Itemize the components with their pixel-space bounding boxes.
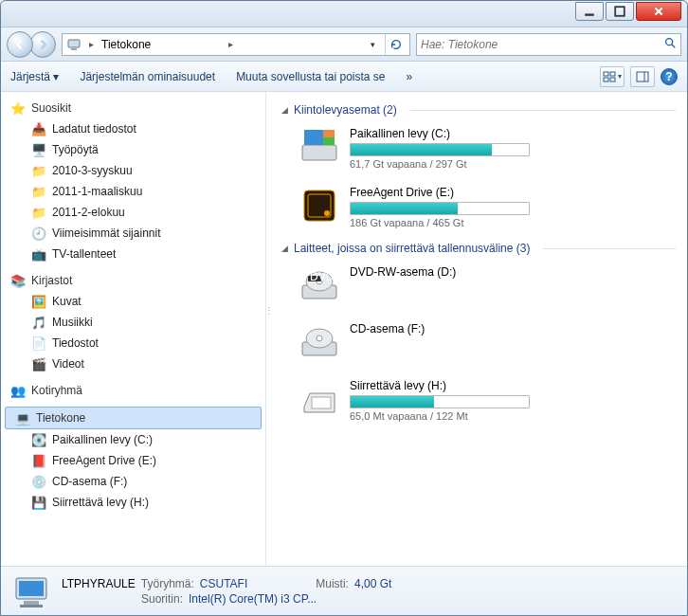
- libraries-icon: 📚: [10, 273, 26, 288]
- sidebar-item-folder[interactable]: 📁2010-3-syyskuu: [1, 160, 265, 181]
- titlebar: [1, 1, 687, 27]
- folder-icon: 📁: [31, 184, 46, 199]
- toolbar-overflow[interactable]: »: [407, 70, 413, 83]
- capacity-bar: [350, 395, 530, 408]
- sidebar-item-tv[interactable]: 📺TV-tallenteet: [1, 244, 265, 264]
- drive-name: Paikallinen levy (C:): [350, 126, 672, 141]
- sidebar-item-documents[interactable]: 📄Tiedostot: [1, 333, 265, 353]
- breadcrumb-text[interactable]: Tietokone: [101, 38, 221, 51]
- search-icon: [663, 36, 677, 52]
- system-properties-button[interactable]: Järjestelmän ominaisuudet: [80, 70, 215, 83]
- computer-group: 💻 Tietokone 💽Paikallinen levy (C:) 📕Free…: [1, 407, 265, 513]
- breadcrumb-separator[interactable]: ▸: [225, 39, 237, 49]
- content-pane: ◢ Kiintolevyasemat (2) Paikallinen levy …: [270, 92, 687, 566]
- help-button[interactable]: ?: [661, 68, 678, 85]
- removable-icon: [299, 378, 340, 420]
- view-mode-button[interactable]: ▾: [600, 66, 625, 87]
- uninstall-program-button[interactable]: Muuta sovellusta tai poista se: [236, 70, 385, 83]
- svg-rect-26: [312, 397, 331, 408]
- sidebar-item-folder[interactable]: 📁2011-1-maaliskuu: [1, 181, 265, 202]
- svg-rect-8: [610, 78, 615, 82]
- drive-f[interactable]: CD-asema (F:): [281, 316, 676, 372]
- drive-capacity-text: 186 Gt vapaana / 465 Gt: [350, 217, 672, 228]
- sidebar-item-pictures[interactable]: 🖼️Kuvat: [1, 291, 265, 312]
- pictures-icon: 🖼️: [31, 294, 46, 309]
- svg-rect-3: [71, 48, 77, 50]
- svg-rect-30: [20, 605, 43, 607]
- desktop-icon: 🖥️: [31, 142, 46, 157]
- drive-e-icon: [299, 185, 340, 226]
- drive-icon: 💽: [31, 432, 46, 447]
- videos-icon: 🎬: [31, 356, 46, 371]
- sidebar-item-recent[interactable]: 🕘Viimeisimmät sijainnit: [1, 223, 265, 244]
- favorites-header[interactable]: ⭐ Suosikit: [1, 98, 265, 118]
- recent-icon: 🕘: [31, 226, 46, 241]
- documents-icon: 📄: [31, 335, 46, 351]
- minimize-button[interactable]: [575, 2, 604, 21]
- capacity-bar: [350, 202, 530, 215]
- computer-icon: 💻: [15, 410, 30, 426]
- drive-name: FreeAgent Drive (E:): [350, 185, 672, 200]
- computer-header[interactable]: 💻 Tietokone: [5, 407, 262, 429]
- sidebar-item-usb[interactable]: 💾Siirrettävä levy (H:): [1, 492, 265, 513]
- tv-icon: 📺: [31, 246, 46, 262]
- homegroup-group: 👥 Kotiryhmä: [1, 380, 265, 401]
- svg-rect-7: [604, 78, 608, 82]
- category-removable[interactable]: ◢ Laitteet, joissa on siirrettävä tallen…: [281, 238, 676, 259]
- drive-name: Siirrettävä levy (H:): [350, 378, 672, 393]
- svg-rect-11: [302, 145, 336, 160]
- preview-pane-button[interactable]: [630, 66, 655, 87]
- music-icon: 🎵: [31, 315, 46, 330]
- splitter[interactable]: [266, 92, 270, 566]
- svg-point-4: [666, 39, 673, 45]
- dvd-icon: DVD: [299, 264, 340, 306]
- libraries-header[interactable]: 📚 Kirjastot: [1, 270, 265, 291]
- back-button[interactable]: [7, 31, 33, 58]
- svg-point-17: [324, 210, 330, 216]
- refresh-button[interactable]: [385, 34, 406, 55]
- computer-label: Tietokone: [36, 411, 85, 425]
- computer-icon: [66, 37, 81, 52]
- sidebar-item-folder[interactable]: 📁2011-2-elokuu: [1, 202, 265, 223]
- explorer-window: ▸ Tietokone ▸ ▾ Järjestä ▾ Järjestelmän …: [0, 0, 688, 616]
- star-icon: ⭐: [10, 100, 26, 116]
- drive-h[interactable]: Siirrettävä levy (H:) 65,0 Mt vapaana / …: [281, 372, 676, 431]
- collapse-icon: ◢: [281, 105, 288, 115]
- favorites-group: ⭐ Suosikit 📥Ladatut tiedostot 🖥️Työpöytä…: [1, 98, 265, 264]
- sidebar-item-drive-e[interactable]: 📕FreeAgent Drive (E:): [1, 450, 265, 471]
- collapse-icon: ◢: [281, 244, 288, 253]
- drive-d[interactable]: DVD DVD-RW-asema (D:): [281, 259, 676, 316]
- search-input[interactable]: [421, 38, 663, 51]
- capacity-bar: [350, 143, 530, 156]
- address-bar[interactable]: ▸ Tietokone ▸ ▾: [62, 33, 410, 56]
- sidebar-item-cd[interactable]: 💿CD-asema (F:): [1, 471, 265, 492]
- organize-menu[interactable]: Järjestä ▾: [10, 70, 59, 83]
- drive-c[interactable]: Paikallinen levy (C:) 61,7 Gt vapaana / …: [281, 120, 676, 179]
- sidebar-item-drive-c[interactable]: 💽Paikallinen levy (C:): [1, 429, 265, 450]
- breadcrumb-separator[interactable]: ▸: [85, 39, 98, 49]
- computer-large-icon: [10, 571, 52, 612]
- body: ⭐ Suosikit 📥Ladatut tiedostot 🖥️Työpöytä…: [1, 92, 687, 566]
- sidebar-item-downloads[interactable]: 📥Ladatut tiedostot: [1, 118, 265, 139]
- close-button[interactable]: [636, 2, 681, 21]
- search-box[interactable]: [416, 33, 681, 56]
- sidebar-item-videos[interactable]: 🎬Videot: [1, 353, 265, 374]
- drive-name: DVD-RW-asema (D:): [350, 264, 672, 280]
- svg-rect-28: [19, 581, 44, 596]
- download-icon: 📥: [31, 121, 46, 136]
- drive-e[interactable]: FreeAgent Drive (E:) 186 Gt vapaana / 46…: [281, 179, 676, 238]
- homegroup-icon: 👥: [10, 383, 26, 398]
- svg-rect-2: [68, 40, 80, 47]
- category-hard-disks[interactable]: ◢ Kiintolevyasemat (2): [281, 100, 676, 120]
- sidebar-item-music[interactable]: 🎵Musiikki: [1, 312, 265, 333]
- sidebar-item-desktop[interactable]: 🖥️Työpöytä: [1, 139, 265, 160]
- homegroup-header[interactable]: 👥 Kotiryhmä: [1, 380, 265, 401]
- forward-button[interactable]: [29, 31, 56, 58]
- cd-icon: 💿: [31, 474, 46, 489]
- svg-rect-6: [610, 72, 615, 76]
- maximize-button[interactable]: [606, 2, 634, 21]
- address-dropdown[interactable]: ▾: [364, 40, 381, 49]
- homegroup-label: Kotiryhmä: [31, 384, 82, 397]
- drive-c-icon: [299, 126, 340, 168]
- svg-rect-9: [637, 72, 648, 82]
